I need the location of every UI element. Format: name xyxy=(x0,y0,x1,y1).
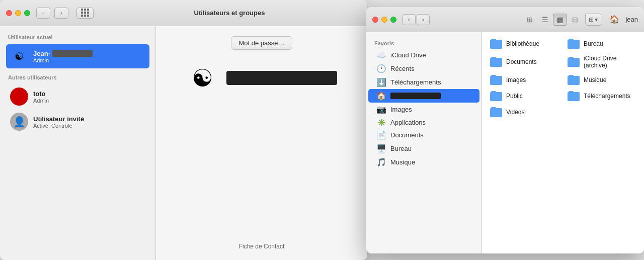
finder-back-button[interactable]: ‹ xyxy=(403,14,416,25)
finder-file-grid: Bibliothèque Bureau Documents xyxy=(486,36,640,120)
file-item-icloud-archive[interactable]: iCloud Drive (archive) xyxy=(564,52,640,71)
documents-icon: 📄 xyxy=(376,130,386,140)
finder-gallery-view-button[interactable]: ⊟ xyxy=(568,14,582,26)
icloud-drive-label: iCloud Drive xyxy=(390,51,426,59)
sidebar-item-bureau[interactable]: 🖥️ Bureau xyxy=(368,142,479,155)
finder-body: Favoris ☁️ iCloud Drive 🕐 Récents ⬇️ Tél… xyxy=(366,32,644,253)
sidebar-item-home[interactable]: 🏠 xyxy=(368,89,479,103)
folder-icon-telechargements xyxy=(568,91,580,101)
file-name-documents: Documents xyxy=(506,58,537,65)
file-item-bibliotheque[interactable]: Bibliothèque xyxy=(486,36,562,51)
minimize-button[interactable] xyxy=(15,10,21,16)
user-role-invite: Activé, Contrôlé xyxy=(33,123,145,129)
file-item-videos[interactable]: Vidéos xyxy=(486,105,562,120)
avatar-invite: 👤 xyxy=(10,113,28,131)
finder-column-view-button[interactable]: ▦ xyxy=(553,14,567,26)
user-name-invite: Utilisateur invité xyxy=(33,115,145,123)
file-name-videos: Vidéos xyxy=(506,109,524,116)
file-name-bureau: Bureau xyxy=(584,40,603,47)
profile-name-redacted xyxy=(226,71,337,85)
system-preferences-window: ‹ › Utilisateurs et groupes Utilisateur … xyxy=(0,0,367,260)
file-item-bureau[interactable]: Bureau xyxy=(564,36,640,51)
syspref-content: Utilisateur actuel ☯ Jean- Admin Autres … xyxy=(0,26,367,260)
syspref-main-area: Mot de passe… ☯ Fiche de Contact xyxy=(156,26,367,260)
file-name-public: Public xyxy=(506,93,523,100)
back-button[interactable]: ‹ xyxy=(36,8,50,19)
folder-icon-bibliotheque xyxy=(490,39,502,49)
maximize-button[interactable] xyxy=(24,10,30,16)
sidebar-item-musique[interactable]: 🎵 Musique xyxy=(368,155,479,169)
user-item-invite[interactable]: 👤 Utilisateur invité Activé, Contrôlé xyxy=(6,110,149,134)
finder-traffic-lights xyxy=(372,17,396,23)
folder-icon-documents xyxy=(490,57,502,67)
musique-icon: 🎵 xyxy=(376,157,386,167)
profile-area: ☯ xyxy=(186,62,337,94)
finder-navigation: ‹ › xyxy=(403,14,430,25)
grid-view-button[interactable] xyxy=(76,8,94,19)
folder-icon-images xyxy=(490,75,502,85)
finder-forward-button[interactable]: › xyxy=(417,14,430,25)
traffic-lights xyxy=(6,10,30,16)
finder-window: ‹ › ⊞ ☰ ▦ ⊟ ⊞ ▾ 🏠 jean xyxy=(366,7,644,253)
user-name-jean: Jean- xyxy=(33,50,145,57)
file-item-telechargements[interactable]: Téléchargements xyxy=(564,89,640,104)
bureau-label: Bureau xyxy=(390,145,412,152)
forward-button[interactable]: › xyxy=(54,8,68,19)
user-role-jean: Admin xyxy=(33,57,145,63)
home-icon: 🏠 xyxy=(376,91,386,101)
avatar-toto xyxy=(10,88,28,106)
documents-label: Documents xyxy=(390,131,424,139)
user-item-jean[interactable]: ☯ Jean- Admin xyxy=(6,44,149,68)
users-sidebar: Utilisateur actuel ☯ Jean- Admin Autres … xyxy=(0,26,156,260)
finder-view-buttons: ⊞ ☰ ▦ ⊟ ⊞ ▾ xyxy=(523,14,601,26)
folder-icon-videos xyxy=(490,107,502,117)
file-item-documents[interactable]: Documents xyxy=(486,52,562,71)
sidebar-item-recents[interactable]: 🕐 Récents xyxy=(368,62,479,75)
sidebar-item-images[interactable]: 📷 Images xyxy=(368,103,479,116)
syspref-titlebar: ‹ › Utilisateurs et groupes xyxy=(0,0,367,26)
avatar-jean: ☯ xyxy=(10,47,28,65)
finder-user-info: 🏠 jean xyxy=(609,15,638,24)
user-name-toto: toto xyxy=(33,90,145,98)
finder-icon-view-button[interactable]: ⊞ xyxy=(523,14,537,26)
close-button[interactable] xyxy=(6,10,12,16)
sidebar-item-icloud-drive[interactable]: ☁️ iCloud Drive xyxy=(368,48,479,62)
file-item-images[interactable]: Images xyxy=(486,72,562,88)
file-name-images: Images xyxy=(506,76,526,83)
file-name-bibliotheque: Bibliothèque xyxy=(506,40,539,47)
finder-close-button[interactable] xyxy=(372,17,378,23)
musique-label: Musique xyxy=(390,158,415,166)
finder-user-label: jean xyxy=(625,16,638,23)
finder-favorites-title: Favoris xyxy=(366,38,481,48)
user-role-toto: Admin xyxy=(33,98,145,104)
sidebar-item-documents[interactable]: 📄 Documents xyxy=(368,128,479,142)
file-item-musique[interactable]: Musique xyxy=(564,72,640,88)
icloud-drive-icon: ☁️ xyxy=(376,50,386,60)
file-item-public[interactable]: Public xyxy=(486,89,562,104)
profile-avatar: ☯ xyxy=(186,62,218,94)
finder-minimize-button[interactable] xyxy=(381,17,387,23)
file-name-icloud-archive: iCloud Drive (archive) xyxy=(584,55,636,69)
sidebar-item-telechargements[interactable]: ⬇️ Téléchargements xyxy=(368,75,479,89)
home-name-redacted xyxy=(390,93,441,99)
mot-de-passe-button[interactable]: Mot de passe… xyxy=(231,36,292,50)
images-icon: 📷 xyxy=(376,105,386,114)
folder-icon-musique xyxy=(568,75,580,85)
syspref-title: Utilisateurs et groupes xyxy=(98,9,361,17)
finder-sidebar: Favoris ☁️ iCloud Drive 🕐 Récents ⬇️ Tél… xyxy=(366,32,482,253)
finder-main-content: Bibliothèque Bureau Documents xyxy=(482,32,644,253)
fiche-contact-label: Fiche de Contact xyxy=(239,243,285,250)
applications-icon: ✳️ xyxy=(376,118,386,126)
file-name-telechargements: Téléchargements xyxy=(584,93,630,100)
finder-list-view-button[interactable]: ☰ xyxy=(538,14,552,26)
recents-label: Récents xyxy=(390,65,415,72)
finder-maximize-button[interactable] xyxy=(390,17,396,23)
folder-icon-public xyxy=(490,91,502,101)
user-item-toto[interactable]: toto Admin xyxy=(6,84,149,109)
images-label: Images xyxy=(390,106,412,113)
folder-icon-bureau xyxy=(568,39,580,49)
finder-arrange-button[interactable]: ⊞ ▾ xyxy=(585,14,601,26)
sidebar-item-applications[interactable]: ✳️ Applications xyxy=(368,116,479,128)
file-name-musique: Musique xyxy=(584,76,606,83)
telechargements-label: Téléchargements xyxy=(390,78,441,86)
